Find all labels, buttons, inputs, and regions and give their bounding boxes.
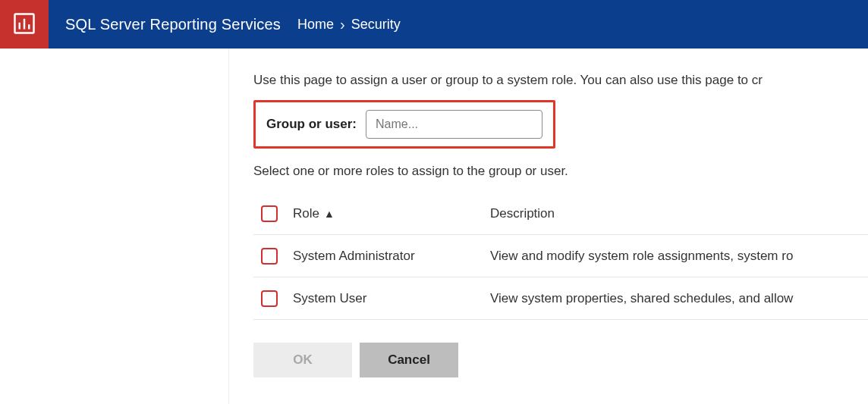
- chevron-right-icon: ›: [340, 16, 345, 33]
- role-description: View system properties, shared schedules…: [490, 291, 868, 306]
- app-name[interactable]: SQL Server Reporting Services: [65, 16, 281, 33]
- header-bar: SQL Server Reporting Services Home › Sec…: [0, 0, 868, 49]
- sort-asc-icon: ▲: [324, 208, 335, 220]
- action-buttons: OK Cancel: [253, 343, 868, 377]
- role-name: System Administrator: [293, 249, 490, 264]
- chart-logo-icon: [13, 12, 36, 37]
- description-column-header[interactable]: Description: [490, 206, 868, 221]
- table-row: System Administrator View and modify sys…: [253, 235, 868, 277]
- select-all-checkbox[interactable]: [261, 205, 278, 222]
- select-roles-text: Select one or more roles to assign to th…: [253, 164, 868, 179]
- role-column-header[interactable]: Role ▲: [293, 206, 490, 221]
- group-user-label: Group or user:: [266, 117, 357, 132]
- sidebar-placeholder: [0, 49, 229, 404]
- ok-button[interactable]: OK: [253, 343, 352, 377]
- role-name: System User: [293, 291, 490, 306]
- role-column-label: Role: [293, 206, 319, 221]
- group-user-input[interactable]: [366, 110, 542, 139]
- group-user-highlight: Group or user:: [253, 100, 555, 149]
- roles-table: Role ▲ Description System Administrator …: [253, 193, 868, 320]
- intro-text: Use this page to assign a user or group …: [253, 73, 868, 88]
- app-logo-tile[interactable]: [0, 0, 49, 49]
- breadcrumb-current: Security: [351, 17, 401, 33]
- role-description: View and modify system role assignments,…: [490, 249, 868, 264]
- role-checkbox[interactable]: [261, 290, 278, 307]
- breadcrumb-home[interactable]: Home: [297, 17, 334, 33]
- cancel-button[interactable]: Cancel: [360, 343, 458, 377]
- roles-header-row: Role ▲ Description: [253, 193, 868, 235]
- main-content: Use this page to assign a user or group …: [229, 49, 868, 404]
- table-row: System User View system properties, shar…: [253, 277, 868, 320]
- role-checkbox[interactable]: [261, 248, 278, 265]
- breadcrumb: Home › Security: [297, 16, 401, 33]
